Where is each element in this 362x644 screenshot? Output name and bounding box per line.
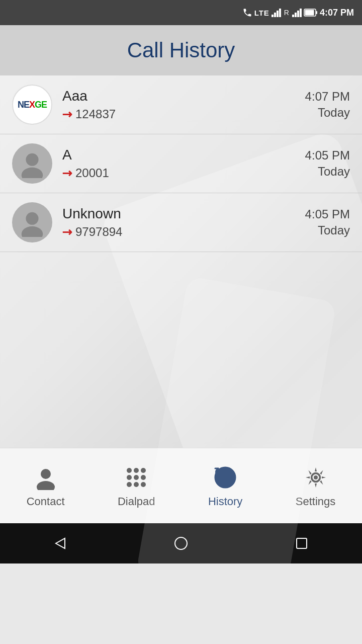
svg-point-11 (141, 468, 146, 473)
svg-point-15 (127, 482, 132, 487)
page-title: Call History (127, 38, 235, 62)
time-text: 4:05 PM (305, 148, 350, 163)
person-avatar-icon (18, 149, 47, 178)
svg-point-17 (141, 482, 146, 487)
svg-rect-2 (316, 11, 317, 14)
svg-point-13 (134, 475, 139, 480)
call-time: 4:07 PM Today (305, 90, 350, 120)
home-button[interactable] (168, 531, 194, 556)
date-text: Today (305, 223, 350, 237)
recent-button[interactable] (289, 531, 314, 556)
time-text: 4:05 PM (305, 207, 350, 221)
nav-label-history: History (208, 495, 242, 508)
status-bar: LTE R 4:07 PM (0, 0, 362, 25)
svg-point-16 (134, 482, 139, 487)
call-item[interactable]: A ↗ 20001 4:05 PM Today (0, 134, 362, 193)
svg-rect-24 (297, 538, 307, 548)
call-time: 4:05 PM Today (305, 148, 350, 179)
svg-point-4 (22, 168, 43, 178)
svg-point-5 (26, 212, 38, 225)
svg-point-9 (127, 468, 132, 473)
outgoing-arrow-icon: ↗ (59, 106, 76, 123)
nav-item-history[interactable]: History (198, 459, 252, 513)
svg-point-18 (215, 467, 235, 488)
svg-point-21 (314, 475, 318, 479)
nav-item-settings[interactable]: Settings (286, 459, 346, 513)
history-icon (212, 464, 239, 491)
contact-name: Aaa (62, 88, 305, 104)
nav-item-contact[interactable]: Contact (17, 459, 75, 513)
svg-point-6 (22, 226, 43, 237)
date-text: Today (305, 165, 350, 179)
nav-label-settings: Settings (296, 495, 336, 508)
contact-name: Unknown (62, 206, 305, 222)
date-text: Today (305, 106, 350, 120)
avatar: NEXGE (12, 85, 52, 125)
outgoing-arrow-icon: ↗ (59, 223, 76, 240)
nav-label-contact: Contact (27, 495, 65, 508)
bottom-nav: Contact Dialpad (0, 448, 362, 523)
svg-marker-22 (56, 538, 65, 548)
svg-rect-1 (305, 10, 314, 16)
status-icons: LTE R 4:07 PM (242, 8, 354, 18)
svg-point-7 (41, 469, 51, 479)
call-number: ↗ 9797894 (62, 225, 305, 239)
svg-point-14 (141, 475, 146, 480)
call-item[interactable]: Unknown ↗ 9797894 4:05 PM Today (0, 193, 362, 252)
back-button[interactable] (48, 531, 73, 556)
outgoing-arrow-icon: ↗ (59, 165, 76, 182)
nav-label-dialpad: Dialpad (118, 495, 155, 508)
svg-point-12 (127, 475, 132, 480)
person-avatar-icon (18, 208, 47, 237)
call-number: ↗ 20001 (62, 166, 305, 180)
signal-bars-1 (272, 8, 281, 17)
call-list: NEXGE Aaa ↗ 124837 4:07 PM Today (0, 75, 362, 252)
phone-number: 20001 (75, 166, 109, 180)
call-info: Unknown ↗ 9797894 (62, 206, 305, 239)
avatar (12, 143, 52, 184)
call-info: A ↗ 20001 (62, 147, 305, 180)
app-header: Call History (0, 25, 362, 75)
android-nav (0, 523, 362, 564)
svg-point-23 (175, 537, 187, 549)
contact-name: A (62, 147, 305, 163)
phone-number: 9797894 (75, 225, 122, 239)
dialpad-icon (123, 464, 150, 491)
svg-point-3 (26, 153, 38, 166)
contact-icon (32, 464, 59, 491)
nav-item-dialpad[interactable]: Dialpad (108, 459, 165, 513)
call-info: Aaa ↗ 124837 (62, 88, 305, 121)
svg-point-8 (37, 481, 55, 490)
svg-point-10 (134, 468, 139, 473)
signal-bars-2 (292, 8, 302, 17)
status-time: 4:07 PM (320, 8, 354, 18)
call-time: 4:05 PM Today (305, 207, 350, 237)
phone-number: 124837 (75, 107, 116, 121)
lte-badge: LTE (254, 9, 269, 17)
call-number: ↗ 124837 (62, 107, 305, 121)
main-content: NEXGE Aaa ↗ 124837 4:07 PM Today (0, 75, 362, 564)
avatar (12, 202, 52, 243)
battery-icon (304, 8, 318, 17)
call-item[interactable]: NEXGE Aaa ↗ 124837 4:07 PM Today (0, 75, 362, 134)
call-status-icon (242, 8, 252, 18)
time-text: 4:07 PM (305, 90, 350, 104)
settings-icon (302, 464, 329, 491)
roaming-indicator: R (284, 9, 289, 17)
